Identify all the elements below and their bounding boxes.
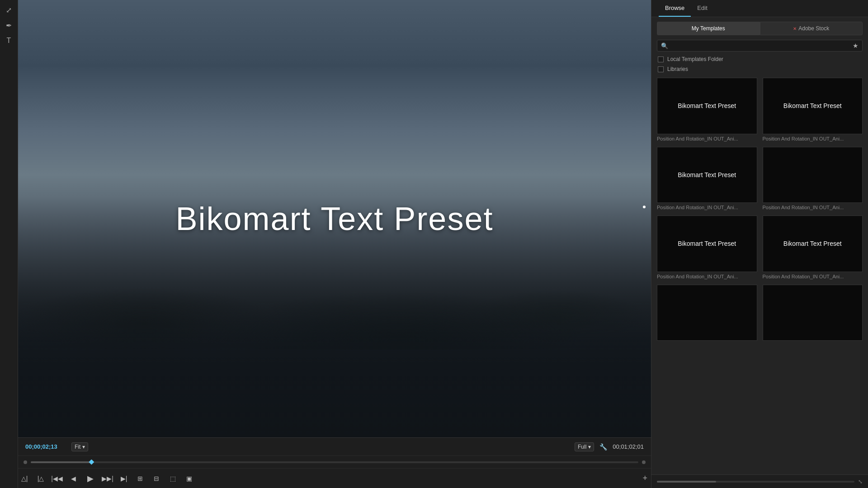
scrubber-end-dot <box>642 460 646 464</box>
playback-controls: △| |△ |◀◀ ◀ ▶ ▶▶| ▶| ⊞ ⊟ ⬚ ▣ + <box>18 468 651 488</box>
template-thumb-4 <box>763 147 863 203</box>
horizontal-scroll-thumb <box>657 481 716 483</box>
template-label-2: Position And Rotation_IN OUT_Ani... <box>763 136 863 141</box>
tab-my-templates[interactable]: My Templates <box>657 22 760 35</box>
favorites-star-icon[interactable]: ★ <box>853 42 859 49</box>
pen-tool-icon[interactable]: ✒ <box>3 19 15 32</box>
text-tool-icon[interactable]: T <box>3 34 15 47</box>
tab-edit[interactable]: Edit <box>691 0 713 17</box>
add-button[interactable]: + <box>642 474 647 483</box>
scrubber-track[interactable] <box>31 461 638 463</box>
clip-button[interactable]: ▣ <box>183 472 195 485</box>
template-thumb-8 <box>763 285 863 341</box>
template-thumb-7 <box>657 285 757 341</box>
template-label-5: Position And Rotation_IN OUT_Ani... <box>657 274 757 279</box>
go-to-in-button[interactable]: |◀◀ <box>51 472 63 485</box>
settings-icon[interactable]: 🔧 <box>599 443 607 450</box>
step-forward-button[interactable]: ▶▶| <box>101 472 114 485</box>
template-source-tabs: My Templates ✕Adobe Stock <box>651 17 868 35</box>
quality-dropdown[interactable]: Full ▾ <box>575 442 594 451</box>
search-icon: 🔍 <box>661 42 668 49</box>
main-area: Bikomart Text Preset 00;00;02;13 Fit ▾ F… <box>18 0 651 488</box>
template-thumb-text-1: Bikomart Text Preset <box>678 102 736 109</box>
template-label-1: Position And Rotation_IN OUT_Ani... <box>657 136 757 141</box>
libraries-checkbox[interactable] <box>658 66 664 72</box>
video-preview: Bikomart Text Preset <box>18 0 651 437</box>
horizontal-scroll-track[interactable] <box>657 481 854 483</box>
template-label-3: Position And Rotation_IN OUT_Ani... <box>657 205 757 210</box>
template-card-8[interactable] <box>763 285 863 343</box>
template-thumb-6: Bikomart Text Preset <box>763 216 863 272</box>
search-bar: 🔍 ★ <box>657 40 863 52</box>
template-label-4: Position And Rotation_IN OUT_Ani... <box>763 205 863 210</box>
libraries-filter-row: Libraries <box>651 64 868 74</box>
local-templates-label: Local Templates Folder <box>667 56 723 62</box>
arrow-tool-icon[interactable]: ⤢ <box>3 4 15 16</box>
template-thumb-1: Bikomart Text Preset <box>657 78 757 134</box>
timeline-scrubber <box>18 455 651 468</box>
step-back-button[interactable]: ◀ <box>67 472 80 485</box>
scrubber-start-dot <box>24 460 27 464</box>
video-overlay-text: Bikomart Text Preset <box>176 200 494 237</box>
mark-in-button[interactable]: △| <box>18 472 31 485</box>
panel-tabs: Browse Edit <box>651 0 868 17</box>
export-frame-button[interactable]: ⬚ <box>166 472 179 485</box>
tab-adobe-stock[interactable]: ✕Adobe Stock <box>760 22 863 35</box>
template-card-7[interactable] <box>657 285 757 343</box>
fit-dropdown[interactable]: Fit ▾ <box>71 442 88 451</box>
go-to-out-button[interactable]: ▶| <box>118 472 130 485</box>
template-thumb-text-6: Bikomart Text Preset <box>783 240 842 247</box>
template-card-1[interactable]: Bikomart Text Preset Position And Rotati… <box>657 78 757 141</box>
search-input[interactable] <box>671 42 850 49</box>
template-card-5[interactable]: Bikomart Text Preset Position And Rotati… <box>657 216 757 279</box>
insert-button[interactable]: ⊞ <box>134 472 146 485</box>
template-card-4[interactable]: Position And Rotation_IN OUT_Ani... <box>763 147 863 211</box>
template-thumb-text-3: Bikomart Text Preset <box>678 171 736 178</box>
play-button[interactable]: ▶ <box>83 471 98 486</box>
local-templates-checkbox[interactable] <box>658 56 664 62</box>
template-label-6: Position And Rotation_IN OUT_Ani... <box>763 274 863 279</box>
expand-panel-icon[interactable]: ⤡ <box>858 479 863 485</box>
template-grid: Bikomart Text Preset Position And Rotati… <box>651 74 868 474</box>
cursor-position <box>643 206 646 208</box>
scrubber-progress <box>31 461 91 463</box>
template-card-2[interactable]: Bikomart Text Preset Position And Rotati… <box>763 78 863 141</box>
bottom-scroll-bar: ⤡ <box>651 474 868 488</box>
scrubber-thumb[interactable] <box>89 460 94 465</box>
tab-browse[interactable]: Browse <box>659 0 691 17</box>
left-toolbar: ⤢ ✒ T <box>0 0 18 488</box>
chevron-down-icon: ▾ <box>588 444 591 450</box>
libraries-label: Libraries <box>667 66 688 72</box>
overwrite-button[interactable]: ⊟ <box>150 472 163 485</box>
current-timecode: 00;00;02;13 <box>25 443 66 450</box>
template-thumb-2: Bikomart Text Preset <box>763 78 863 134</box>
template-thumb-3: Bikomart Text Preset <box>657 147 757 203</box>
template-thumb-text-5: Bikomart Text Preset <box>678 240 736 247</box>
template-card-3[interactable]: Bikomart Text Preset Position And Rotati… <box>657 147 757 211</box>
adobe-stock-x-icon: ✕ <box>793 26 797 31</box>
template-thumb-5: Bikomart Text Preset <box>657 216 757 272</box>
template-card-6[interactable]: Bikomart Text Preset Position And Rotati… <box>763 216 863 279</box>
duration-timecode: 00;01;02;01 <box>613 443 644 450</box>
chevron-down-icon: ▾ <box>82 444 85 450</box>
mark-out-button[interactable]: |△ <box>34 472 47 485</box>
video-controls-bar: 00;00;02;13 Fit ▾ Full ▾ 🔧 00;01;02;01 <box>18 437 651 455</box>
right-panel: Browse Edit My Templates ✕Adobe Stock 🔍 … <box>651 0 868 488</box>
template-thumb-text-2: Bikomart Text Preset <box>783 102 842 109</box>
local-templates-filter-row: Local Templates Folder <box>651 54 868 64</box>
